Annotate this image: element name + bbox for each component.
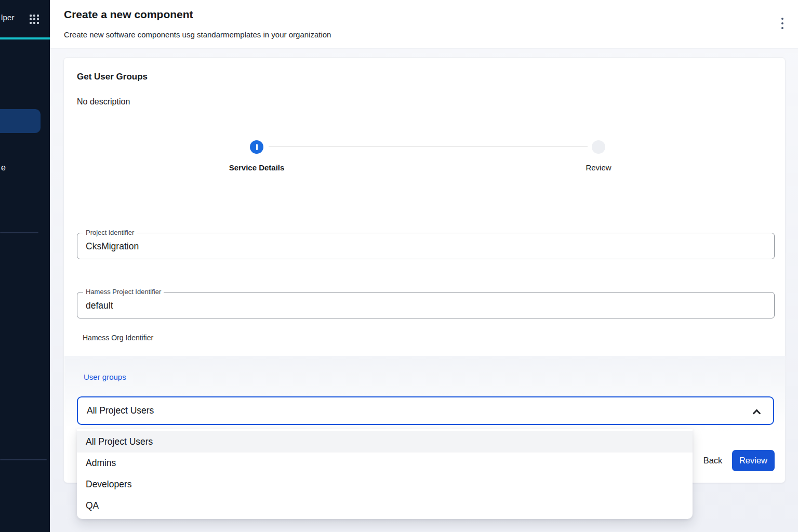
template-title: Get User Groups: [77, 72, 148, 82]
harness-org-identifier-label: Hamess Org Identifier: [83, 334, 153, 342]
apps-grid-icon[interactable]: [30, 15, 39, 24]
sidebar-item-selected[interactable]: [0, 109, 41, 133]
step-indicator-active: [250, 140, 263, 154]
page-subtitle: Create new software components usg stand…: [64, 30, 331, 39]
stepper-connector: [269, 147, 588, 147]
main-content: Create a new component Create new softwa…: [50, 0, 798, 532]
back-button[interactable]: Back: [692, 450, 734, 471]
step-number-glyph: [256, 144, 258, 150]
review-button[interactable]: Review: [732, 450, 775, 471]
menu-item-developers[interactable]: Developers: [77, 474, 693, 495]
user-groups-dropdown-menu: All Project Users Admins Developers QA: [77, 429, 693, 519]
sidebar-divider: [0, 459, 47, 460]
page-header: Create a new component Create new softwa…: [50, 0, 798, 49]
harness-project-identifier-field[interactable]: Hamess Project Identifier: [77, 292, 775, 318]
user-groups-select[interactable]: All Project Users: [77, 396, 774, 425]
screen: lper e Create a new component Create new…: [0, 0, 798, 532]
sidebar: lper e: [0, 0, 50, 532]
step-label-review: Review: [541, 163, 656, 172]
template-description: No description: [77, 97, 130, 107]
project-identifier-field[interactable]: Project identifier: [77, 233, 775, 259]
menu-item-all-project-users[interactable]: All Project Users: [77, 431, 693, 453]
kebab-menu-icon[interactable]: [779, 16, 786, 31]
step-label-service-details: Service Details: [200, 163, 314, 172]
sidebar-accent-divider: [0, 37, 50, 39]
sidebar-divider: [0, 232, 38, 233]
user-groups-link[interactable]: User groups: [84, 373, 126, 381]
menu-item-qa[interactable]: QA: [77, 495, 693, 516]
sidebar-item-label: e: [1, 163, 6, 172]
harness-project-identifier-input[interactable]: [77, 292, 774, 318]
sidebar-brand-text: lper: [1, 13, 15, 22]
wizard-card: Get User Groups No description Service D…: [63, 57, 786, 483]
step-indicator-pending: [592, 140, 605, 154]
menu-item-admins[interactable]: Admins: [77, 453, 693, 474]
chevron-up-icon: [753, 409, 761, 418]
project-identifier-input[interactable]: [77, 233, 774, 259]
page-title: Create a new component: [64, 8, 193, 21]
user-groups-selected-value: All Project Users: [87, 397, 154, 424]
